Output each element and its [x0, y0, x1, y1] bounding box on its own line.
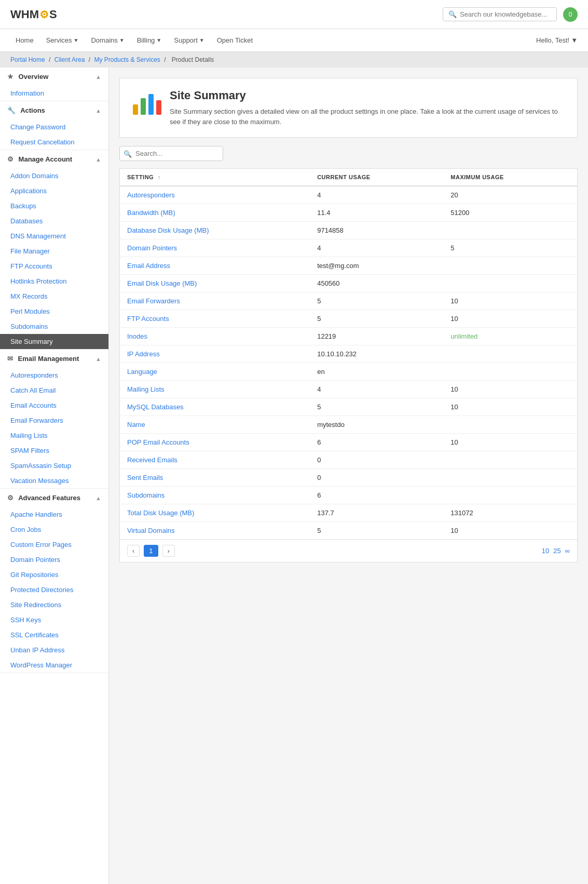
section-header-text: Site Summary Site Summary section gives … [170, 89, 567, 127]
sidebar-item-ftp-accounts[interactable]: FTP Accounts [0, 259, 108, 274]
cell-maximum-usage: 10 [443, 398, 577, 416]
cell-current-usage: 12219 [310, 328, 443, 345]
sidebar-item-subdomains[interactable]: Subdomains [0, 319, 108, 334]
table-row: Sent Emails0 [120, 469, 578, 487]
nav-hello[interactable]: Hello, Test! ▼ [536, 36, 578, 44]
cell-current-usage: en [310, 363, 443, 381]
svg-rect-3 [156, 100, 161, 115]
nav-home[interactable]: Home [10, 33, 39, 47]
sidebar-item-databases[interactable]: Databases [0, 213, 108, 229]
sidebar-header-overview[interactable]: ★ Overview ▲ [0, 68, 108, 86]
sidebar-item-perl-modules[interactable]: Perl Modules [0, 304, 108, 319]
pagination: ‹ 1 › 10 25 ∞ [119, 540, 578, 562]
sidebar-item-site-summary[interactable]: Site Summary [0, 334, 108, 349]
col-current-usage: CURRENT USAGE [310, 169, 443, 186]
sidebar-item-protected-directories[interactable]: Protected Directories [0, 582, 108, 597]
per-page-10[interactable]: 10 [542, 547, 549, 555]
sidebar-item-request-cancellation[interactable]: Request Cancellation [0, 135, 108, 150]
cart-button[interactable]: 0 [563, 7, 578, 22]
sidebar-item-dns-management[interactable]: DNS Management [0, 229, 108, 244]
nav-billing[interactable]: Billing ▼ [132, 33, 167, 47]
nav-open-ticket[interactable]: Open Ticket [212, 33, 258, 47]
sidebar-item-addon-domains[interactable]: Addon Domains [0, 168, 108, 183]
sidebar-item-site-redirections[interactable]: Site Redirections [0, 597, 108, 612]
sidebar-item-git-repositories[interactable]: Git Repositories [0, 567, 108, 582]
breadcrumb-client-area[interactable]: Client Area [54, 56, 85, 63]
table-row: Namemytestdo [120, 416, 578, 434]
nav-domains[interactable]: Domains ▼ [86, 33, 129, 47]
nav-links: Home Services ▼ Domains ▼ Billing ▼ Supp… [10, 33, 258, 47]
cell-maximum-usage: 10 [443, 522, 577, 540]
cell-setting: Inodes [120, 328, 310, 345]
sidebar-header-advanced-features[interactable]: ⚙ Advanced Features ▲ [0, 489, 108, 507]
cell-setting: Virtual Domains [120, 522, 310, 540]
sidebar-item-custom-error-pages[interactable]: Custom Error Pages [0, 537, 108, 552]
cell-current-usage: 5 [310, 522, 443, 540]
sidebar-header-email-management[interactable]: ✉ Email Management ▲ [0, 350, 108, 368]
cell-maximum-usage [443, 345, 577, 363]
cell-current-usage: 4 [310, 186, 443, 204]
table-row: Virtual Domains510 [120, 522, 578, 540]
cell-setting: Domain Pointers [120, 239, 310, 257]
sidebar-item-spam-filters[interactable]: SPAM Filters [0, 443, 108, 458]
cell-setting: POP Email Accounts [120, 434, 310, 451]
chevron-up-icon: ▲ [95, 74, 101, 80]
breadcrumb-portal-home[interactable]: Portal Home [10, 56, 45, 63]
sidebar-item-ssl-certificates[interactable]: SSL Certificates [0, 627, 108, 642]
cell-maximum-usage: 131072 [443, 504, 577, 522]
sidebar-item-mailing-lists[interactable]: Mailing Lists [0, 428, 108, 443]
sidebar-header-manage-account[interactable]: ⚙ Manage Account ▲ [0, 150, 108, 168]
sidebar-section-overview: ★ Overview ▲ Information [0, 68, 108, 101]
table-row: Inodes12219unlimited [120, 328, 578, 345]
next-page-button[interactable]: › [162, 545, 175, 557]
sidebar-item-change-password[interactable]: Change Password [0, 119, 108, 135]
cell-current-usage: 4 [310, 239, 443, 257]
sidebar-item-domain-pointers[interactable]: Domain Pointers [0, 552, 108, 567]
sidebar-item-catch-all-email[interactable]: Catch All Email [0, 383, 108, 398]
chevron-up-icon-actions: ▲ [95, 108, 101, 114]
sidebar-item-file-manager[interactable]: File Manager [0, 244, 108, 259]
sidebar-item-apache-handlers[interactable]: Apache Handlers [0, 507, 108, 522]
table-search-input[interactable] [119, 146, 223, 161]
sidebar-item-autoresponders[interactable]: Autoresponders [0, 368, 108, 383]
table-row: Email Addresstest@mg.com [120, 257, 578, 275]
sidebar-item-information[interactable]: Information [0, 86, 108, 101]
sidebar-header-actions[interactable]: 🔧 Actions ▲ [0, 101, 108, 119]
cell-setting: Name [120, 416, 310, 434]
table-row: Total Disk Usage (MB)137.7131072 [120, 504, 578, 522]
sidebar-item-vacation-messages[interactable]: Vacation Messages [0, 473, 108, 488]
page-1-button[interactable]: 1 [144, 545, 158, 557]
prev-page-button[interactable]: ‹ [127, 545, 140, 557]
sidebar-item-ssh-keys[interactable]: SSH Keys [0, 612, 108, 627]
sidebar-item-hotlinks-protection[interactable]: Hotlinks Protection [0, 274, 108, 289]
table-header: SETTING ↑ CURRENT USAGE MAXIMUM USAGE [120, 169, 578, 186]
sidebar-section-email-management: ✉ Email Management ▲ Autoresponders Catc… [0, 350, 108, 489]
sidebar-item-mx-records[interactable]: MX Records [0, 289, 108, 304]
cell-maximum-usage: 10 [443, 381, 577, 398]
sidebar-item-email-forwarders[interactable]: Email Forwarders [0, 413, 108, 428]
cell-setting: IP Address [120, 345, 310, 363]
sidebar-item-spamassasin-setup[interactable]: SpamAssasin Setup [0, 458, 108, 473]
sidebar-item-wordpress-manager[interactable]: WordPress Manager [0, 658, 108, 673]
col-setting[interactable]: SETTING ↑ [120, 169, 310, 186]
cell-maximum-usage [443, 487, 577, 504]
logo: WHM ⚙ S [10, 8, 57, 21]
nav-support[interactable]: Support ▼ [169, 33, 209, 47]
per-page-all[interactable]: ∞ [565, 547, 570, 555]
breadcrumb-product-details: Product Details [172, 56, 214, 63]
sidebar-item-applications[interactable]: Applications [0, 183, 108, 198]
per-page-25[interactable]: 25 [553, 547, 560, 555]
nav-services[interactable]: Services ▼ [41, 33, 84, 47]
sidebar-item-email-accounts[interactable]: Email Accounts [0, 398, 108, 413]
cell-maximum-usage [443, 275, 577, 292]
sidebar-item-backups[interactable]: Backups [0, 198, 108, 213]
sidebar-item-cron-jobs[interactable]: Cron Jobs [0, 522, 108, 537]
cell-setting: Email Address [120, 257, 310, 275]
cell-current-usage: 0 [310, 469, 443, 487]
table-search-wrap: 🔍 [119, 146, 578, 161]
breadcrumb-my-products[interactable]: My Products & Services [94, 56, 160, 63]
search-input[interactable] [460, 10, 551, 18]
cell-current-usage: 4 [310, 381, 443, 398]
sidebar-item-unban-ip[interactable]: Unban IP Address [0, 642, 108, 658]
cell-maximum-usage [443, 469, 577, 487]
